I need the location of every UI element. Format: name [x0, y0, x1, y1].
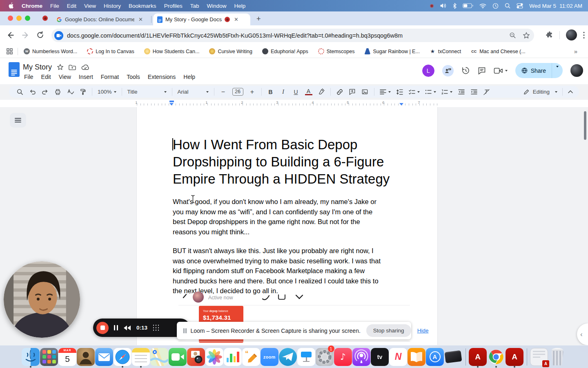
menubar-menu-tab[interactable]: Tab — [190, 3, 199, 9]
recents-clock-icon[interactable] — [492, 3, 499, 9]
new-tab-button[interactable]: + — [256, 15, 261, 22]
insert-link-icon[interactable] — [336, 88, 343, 96]
stop-sharing-button[interactable]: Stop sharing — [366, 324, 411, 337]
bookmarks-overflow-chevron[interactable]: » — [574, 48, 577, 55]
insert-image-icon[interactable] — [361, 88, 369, 95]
first-line-indent-marker[interactable] — [169, 101, 174, 102]
docs-menu-help[interactable]: Help — [180, 73, 198, 81]
document-heading[interactable]: How I Went From Basic Depop Dropshipping… — [173, 136, 405, 188]
dock-item-system-settings[interactable]: 1 — [316, 346, 334, 368]
stop-recording-button[interactable] — [96, 322, 109, 334]
bulleted-list-select[interactable] — [425, 89, 436, 95]
docs-menu-tools[interactable]: Tools — [124, 73, 143, 81]
dock-item-minimized-window[interactable]: A — [530, 346, 548, 368]
editing-mode-select[interactable]: Editing — [523, 89, 557, 95]
italic-button[interactable]: I — [280, 88, 287, 95]
dock-item-safari[interactable] — [114, 346, 132, 368]
apple-menu-icon[interactable] — [8, 2, 14, 9]
browser-menu-icon[interactable] — [583, 31, 585, 39]
control-center-icon[interactable] — [517, 3, 523, 9]
menubar-menu-view[interactable]: View — [84, 3, 96, 9]
wifi-icon[interactable] — [479, 3, 486, 9]
window-zoom-button[interactable] — [25, 16, 30, 21]
restart-recording-icon[interactable] — [123, 325, 131, 331]
increase-font-size-button[interactable]: + — [249, 88, 256, 96]
dock-item-trash[interactable] — [548, 346, 567, 368]
dock-item-acrobat[interactable]: A — [469, 346, 487, 368]
bookmark-numberless-word[interactable]: W Numberless Word... — [24, 48, 77, 54]
dock-item-divider-1[interactable] — [463, 346, 469, 368]
dock-item-keynote[interactable] — [297, 346, 316, 368]
dock-item-telegram[interactable] — [279, 346, 297, 368]
version-history-icon[interactable] — [461, 66, 470, 75]
print-icon[interactable] — [54, 88, 61, 95]
menubar-menu-history[interactable]: History — [104, 3, 121, 9]
extensions-puzzle-icon[interactable] — [546, 31, 553, 39]
menubar-menu-help[interactable]: Help — [234, 3, 245, 9]
menubar-menu-file[interactable]: File — [50, 3, 59, 9]
document-status-cloud-icon[interactable] — [81, 64, 89, 70]
tab-close-button[interactable]: ✕ — [233, 16, 240, 23]
apps-grid-icon[interactable] — [7, 48, 13, 54]
share-button[interactable]: Share — [515, 63, 563, 78]
tab-my-story-active[interactable]: My Story - Google Docs ✕ — [153, 13, 250, 25]
meet-video-call-button[interactable] — [494, 67, 508, 74]
bold-button[interactable]: B — [267, 89, 274, 95]
checklist-select[interactable] — [409, 89, 420, 95]
loom-webcam-bubble[interactable] — [4, 261, 80, 338]
dock-item-numbers[interactable] — [224, 346, 242, 368]
dock-item-apple-tv[interactable]: tv — [371, 346, 389, 368]
reload-button[interactable] — [36, 31, 45, 39]
show-outline-button[interactable] — [10, 113, 26, 128]
underline-button[interactable]: U — [292, 89, 300, 95]
menubar-clock[interactable]: Wed Mar 511:02 AM — [529, 3, 582, 9]
dock-item-podcasts[interactable] — [352, 346, 371, 368]
tab-close-button[interactable]: ✕ — [137, 16, 144, 23]
dock-item-calendar[interactable]: MAR5 — [58, 346, 77, 368]
hide-toast-link[interactable]: Hide — [417, 328, 429, 334]
paint-format-icon[interactable] — [79, 88, 87, 95]
bookmark-how-students-can[interactable]: How Students Can... — [144, 48, 200, 54]
menubar-menu-window[interactable]: Window — [207, 3, 226, 9]
docs-logo-icon[interactable] — [9, 62, 20, 77]
comments-icon[interactable] — [478, 67, 486, 75]
move-to-folder-icon[interactable] — [69, 64, 76, 71]
share-dropdown-caret[interactable] — [552, 67, 563, 74]
window-close-button[interactable] — [8, 16, 13, 21]
menubar-menu-profiles[interactable]: Profiles — [164, 3, 183, 9]
dock-item-launchpad[interactable] — [40, 346, 58, 368]
menubar-app-name[interactable]: Chrome — [22, 3, 42, 9]
right-indent-marker[interactable] — [399, 103, 403, 105]
dock-item-pages[interactable]: “ — [242, 346, 261, 368]
dock-item-news[interactable]: N — [389, 346, 408, 368]
dock-item-facetime[interactable] — [169, 346, 187, 368]
decrease-font-size-button[interactable]: − — [220, 88, 227, 96]
undo-icon[interactable] — [29, 88, 36, 95]
dock-item-chrome[interactable] — [487, 346, 506, 368]
hide-menus-chevron-icon[interactable] — [568, 90, 573, 94]
window-minimize-button[interactable] — [16, 16, 22, 21]
browser-profile-avatar[interactable] — [566, 29, 577, 40]
highlight-color-icon[interactable] — [318, 88, 325, 95]
docs-menu-insert[interactable]: Insert — [76, 73, 96, 81]
docs-menu-extensions[interactable]: Extensions — [145, 73, 178, 81]
decrease-indent-icon[interactable] — [458, 89, 465, 95]
recording-indicator-icon[interactable] — [430, 4, 434, 8]
left-indent-marker[interactable] — [169, 103, 174, 105]
dock-item-acrobat-2[interactable]: A — [506, 346, 524, 368]
dock-item-notes[interactable] — [132, 346, 150, 368]
dock-item-books[interactable] — [408, 346, 426, 368]
zoom-page-icon[interactable] — [509, 32, 516, 39]
dock-item-mail[interactable] — [95, 346, 114, 368]
align-select[interactable] — [380, 89, 391, 95]
spotlight-search-icon[interactable] — [505, 3, 510, 9]
zoom-select[interactable]: 100% — [98, 89, 116, 95]
presence-chip-icon[interactable] — [442, 65, 454, 76]
dock-item-finder[interactable] — [22, 346, 40, 368]
dock-item-zoom[interactable]: zoom — [261, 346, 279, 368]
line-spacing-icon[interactable] — [396, 89, 403, 95]
menubar-menu-bookmarks[interactable]: Bookmarks — [129, 3, 156, 9]
dock-item-contacts[interactable] — [77, 346, 95, 368]
text-color-button[interactable]: A — [305, 88, 312, 96]
dock-item-external-drive[interactable] — [444, 346, 463, 368]
